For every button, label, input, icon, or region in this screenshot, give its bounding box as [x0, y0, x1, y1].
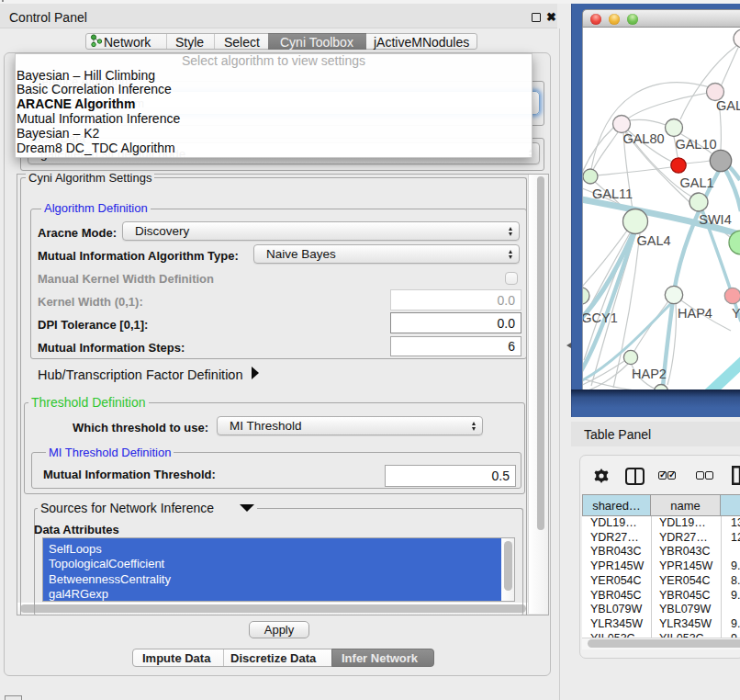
svg-text:HAP4: HAP4 [678, 306, 712, 321]
svg-text:GAL2: GAL2 [716, 98, 740, 113]
svg-text:Y: Y [732, 306, 740, 321]
svg-text:GAL1: GAL1 [679, 175, 713, 190]
svg-text:GAL10: GAL10 [675, 137, 716, 152]
svg-text:GAL80: GAL80 [622, 131, 664, 146]
svg-text:GCY1: GCY1 [583, 310, 618, 325]
svg-text:GAL4: GAL4 [636, 233, 670, 248]
svg-text:GAL11: GAL11 [592, 186, 633, 201]
svg-text:SWI4: SWI4 [699, 212, 731, 227]
svg-text:HAP2: HAP2 [632, 367, 667, 381]
